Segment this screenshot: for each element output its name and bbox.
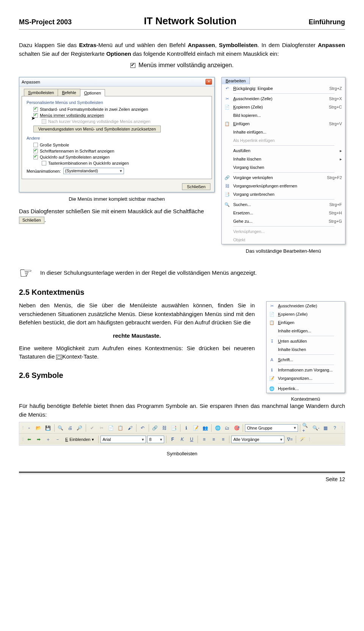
show-subtasks-icon[interactable]: ＋ bbox=[44, 435, 52, 444]
menu-item-label: Unten ausfüllen bbox=[278, 339, 342, 343]
unlink-icon[interactable]: ⛓ bbox=[160, 424, 169, 432]
tab-befehle[interactable]: Befehle bbox=[58, 89, 80, 96]
menu-animations-select[interactable]: (Systemstandard) bbox=[63, 168, 124, 174]
align-center-icon[interactable]: ≡ bbox=[209, 435, 218, 444]
group-icon[interactable]: 🗂 bbox=[223, 424, 231, 432]
checkbox-icon[interactable] bbox=[33, 107, 38, 112]
menu-item[interactable]: 📝Vorgangsnotizen... bbox=[267, 374, 345, 382]
help-icon[interactable]: ? bbox=[331, 424, 339, 432]
menu-animations-row: Menüanimationen: (Systemstandard) bbox=[27, 168, 207, 174]
checkbox-icon[interactable] bbox=[33, 155, 38, 159]
menu-item[interactable]: ✂Ausschneiden (Zelle) bbox=[267, 302, 345, 310]
menu-item[interactable]: 📋Einfügen bbox=[267, 318, 345, 327]
opt-large-icons[interactable]: Große Symbole bbox=[33, 143, 207, 147]
checkbox-icon[interactable] bbox=[33, 149, 38, 153]
close-button[interactable]: Schließen bbox=[182, 183, 210, 190]
menu-item-shortcut: Strg+G bbox=[329, 219, 342, 223]
print-icon[interactable]: 🖨 bbox=[66, 424, 74, 432]
zoom-in-icon[interactable]: 🔍+ bbox=[302, 424, 311, 432]
link-icon[interactable]: 🔗 bbox=[151, 424, 159, 432]
italic-icon[interactable]: K bbox=[178, 435, 186, 444]
menu-item[interactable]: Inhalte einfügen... bbox=[267, 327, 345, 335]
menu-item[interactable]: Vorgang löschen bbox=[222, 163, 345, 172]
checkbox-icon[interactable] bbox=[33, 143, 38, 147]
tab-optionen[interactable]: Optionen bbox=[80, 89, 105, 96]
menu-item-icon bbox=[223, 148, 231, 154]
undo-icon[interactable]: ↶ bbox=[138, 424, 147, 432]
outdent-icon[interactable]: ⬅ bbox=[25, 435, 33, 444]
opt-two-rows[interactable]: Standard- und Formatsymbolleiste in zwei… bbox=[33, 107, 207, 112]
menu-item-icon bbox=[223, 228, 231, 234]
search-icon[interactable]: 🔍 bbox=[56, 424, 65, 432]
font-combo[interactable]: Arial bbox=[100, 436, 146, 443]
align-right-icon[interactable]: ≡ bbox=[219, 435, 227, 444]
opt-full-menus[interactable]: Menüs immer vollständig anzeigen ➤ bbox=[33, 113, 207, 118]
save-icon[interactable]: 💾 bbox=[44, 424, 52, 432]
goto-task-icon[interactable]: ▦ bbox=[321, 424, 329, 432]
new-icon[interactable]: ▫ bbox=[25, 424, 33, 432]
zoom-out-icon[interactable]: 🔍- bbox=[312, 424, 320, 432]
header-left: MS-Project 2003 bbox=[19, 18, 72, 26]
menu-item[interactable]: ASchrift... bbox=[267, 356, 345, 364]
format-painter-icon[interactable]: 🖌 bbox=[126, 424, 134, 432]
cut-icon[interactable]: ✂ bbox=[97, 424, 106, 432]
menu-item-icon: 📄 bbox=[223, 104, 231, 110]
menu-item[interactable]: ⛓Vorgangsverknüpfungen entfernen bbox=[222, 182, 345, 190]
menu-item[interactable]: ℹInformationen zum Vorgang... bbox=[267, 366, 345, 374]
print-preview-icon[interactable]: 🔎 bbox=[75, 424, 84, 432]
menu-item[interactable]: Gehe zu...Strg+G bbox=[222, 217, 345, 225]
autofilter-icon[interactable]: ∇= bbox=[286, 435, 294, 444]
indent-icon[interactable]: ➡ bbox=[35, 435, 43, 444]
show-button[interactable]: EEinblenden ▾ bbox=[63, 435, 96, 444]
paste-icon[interactable]: 📋 bbox=[116, 424, 125, 432]
menu-item[interactable]: ↧Unten ausfüllen bbox=[267, 337, 345, 345]
publish-icon[interactable]: 🌐 bbox=[213, 424, 222, 432]
opt-shortcuts-quickinfo[interactable]: Tastenkombinationen in QuickInfo anzeige… bbox=[42, 161, 207, 165]
menu-item[interactable]: Ersetzen...Strg+H bbox=[222, 209, 345, 217]
opt-quickinfo[interactable]: QuickInfo auf Symbolleisten anzeigen bbox=[33, 155, 207, 159]
menu-item[interactable]: Inhalte einfügen... bbox=[222, 128, 345, 136]
tab-symbolleisten[interactable]: SSymbolleistenymbolleisten bbox=[24, 89, 58, 96]
checkbox-icon[interactable] bbox=[42, 161, 46, 165]
hide-subtasks-icon[interactable]: － bbox=[53, 435, 62, 444]
copy-icon[interactable]: 📄 bbox=[107, 424, 115, 432]
info-icon[interactable]: ℹ bbox=[182, 424, 191, 432]
menu-item[interactable]: 📋EinfügenStrg+V bbox=[222, 120, 345, 128]
menu-tab-bearbeiten[interactable]: Bearbeiten bbox=[221, 77, 250, 84]
close-icon[interactable]: ✕ bbox=[206, 79, 212, 85]
bold-icon[interactable]: F bbox=[168, 435, 177, 444]
underline-icon[interactable]: U bbox=[187, 435, 196, 444]
open-icon[interactable]: 📂 bbox=[35, 424, 43, 432]
menu-item[interactable]: 📑Vorgang unterbrechen bbox=[222, 190, 345, 198]
group-combo[interactable]: Ohne Gruppe bbox=[245, 424, 298, 432]
opt-font-names[interactable]: Schriftartennamen in Schriftart anzeigen bbox=[33, 149, 207, 153]
menu-item[interactable]: Ausfüllen bbox=[222, 146, 345, 155]
split-icon[interactable]: 📑 bbox=[170, 424, 178, 432]
menu-item[interactable]: Inhalte löschen bbox=[222, 155, 345, 163]
menu-item[interactable]: ✂Ausschneiden (Zelle)Strg+X bbox=[222, 94, 345, 103]
align-left-icon[interactable]: ≡ bbox=[200, 435, 208, 444]
reset-usage-button[interactable]: Verwendungsdaten von Menü- und Symbollei… bbox=[33, 126, 161, 132]
wizard-icon[interactable]: 🪄 bbox=[298, 435, 306, 444]
spell-icon[interactable]: ✔ bbox=[88, 424, 96, 432]
goto-icon[interactable]: 🎯 bbox=[232, 424, 241, 432]
filter-combo[interactable]: Alle Vorgänge bbox=[231, 436, 284, 443]
assign-icon[interactable]: 👥 bbox=[201, 424, 209, 432]
size-combo[interactable]: 8 bbox=[147, 436, 164, 443]
close-dialog-paragraph: Das Dialogfenster schließen Sie mit eine… bbox=[19, 207, 215, 224]
menu-item[interactable]: 🔗Vorgänge verknüpfenStrg+F2 bbox=[222, 173, 345, 182]
menu-item[interactable]: 🌐Hyperlink... bbox=[267, 384, 345, 393]
menu-item[interactable]: 🔍Suchen...Strg+F bbox=[222, 200, 345, 209]
menu-item[interactable]: 📄Kopieren (Zelle) bbox=[267, 310, 345, 318]
menu-item[interactable]: ↶Rückgängig: EingabeStrg+Z bbox=[222, 84, 345, 93]
note-icon[interactable]: 📝 bbox=[192, 424, 200, 432]
heading-2-6: 2.6 Symbole bbox=[19, 371, 255, 380]
menu-item-label: Ersetzen... bbox=[233, 211, 321, 215]
menu-item-label: Inhalte löschen bbox=[233, 157, 332, 161]
menu-item-shortcut: Strg+F bbox=[329, 202, 342, 207]
menu-item[interactable]: Inhalte löschen bbox=[267, 345, 345, 354]
menu-item[interactable]: Bild kopieren... bbox=[222, 111, 345, 120]
menu-item[interactable]: 📄Kopieren (Zelle)Strg+C bbox=[222, 103, 345, 111]
header-center: IT Network Solution bbox=[144, 15, 236, 27]
bearbeiten-menu: Bearbeiten ↶Rückgängig: EingabeStrg+Z✂Au… bbox=[221, 77, 345, 244]
